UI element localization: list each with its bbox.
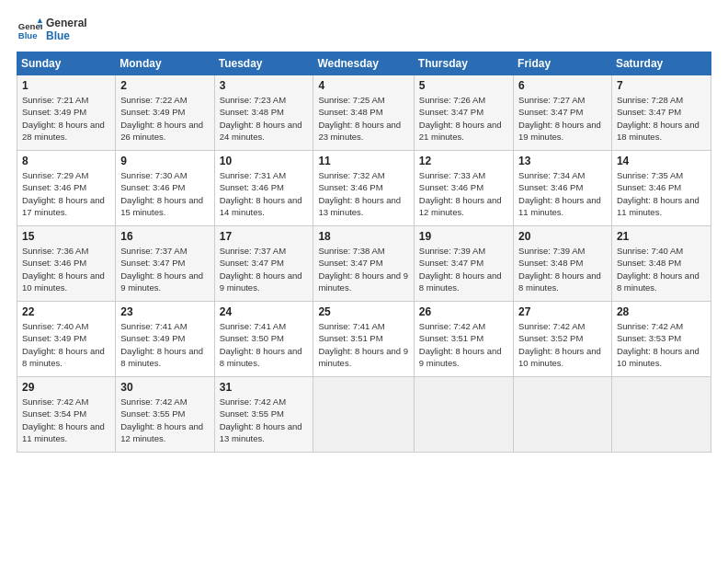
weekday-header-tuesday: Tuesday (214, 52, 313, 75)
day-number: 17 (220, 230, 309, 243)
calendar-cell (313, 377, 414, 453)
calendar-cell: 1 Sunrise: 7:21 AMSunset: 3:49 PMDayligh… (17, 75, 116, 151)
weekday-header-sunday: Sunday (17, 52, 116, 75)
weekday-header-friday: Friday (514, 52, 612, 75)
day-info: Sunrise: 7:31 AMSunset: 3:46 PMDaylight:… (220, 170, 302, 217)
calendar-cell: 20 Sunrise: 7:39 AMSunset: 3:48 PMDaylig… (514, 226, 612, 302)
logo-icon: General Blue (17, 17, 42, 42)
day-info: Sunrise: 7:27 AMSunset: 3:47 PMDaylight:… (518, 95, 601, 142)
day-number: 3 (220, 79, 309, 92)
calendar-cell: 16 Sunrise: 7:37 AMSunset: 3:47 PMDaylig… (116, 226, 214, 302)
day-info: Sunrise: 7:21 AMSunset: 3:49 PMDaylight:… (22, 95, 105, 142)
day-number: 10 (220, 155, 309, 167)
day-info: Sunrise: 7:32 AMSunset: 3:46 PMDaylight:… (318, 170, 401, 217)
calendar-cell: 28 Sunrise: 7:42 AMSunset: 3:53 PMDaylig… (611, 302, 711, 377)
day-info: Sunrise: 7:42 AMSunset: 3:55 PMDaylight:… (120, 396, 203, 443)
weekday-header-saturday: Saturday (611, 52, 711, 75)
calendar-cell: 10 Sunrise: 7:31 AMSunset: 3:46 PMDaylig… (214, 151, 313, 226)
calendar-cell (611, 377, 711, 453)
day-info: Sunrise: 7:23 AMSunset: 3:48 PMDaylight:… (220, 95, 302, 142)
calendar-cell: 2 Sunrise: 7:22 AMSunset: 3:49 PMDayligh… (116, 75, 214, 151)
day-info: Sunrise: 7:25 AMSunset: 3:48 PMDaylight:… (318, 95, 401, 142)
calendar-cell: 8 Sunrise: 7:29 AMSunset: 3:46 PMDayligh… (17, 151, 116, 226)
day-number: 14 (617, 155, 706, 167)
calendar-cell: 15 Sunrise: 7:36 AMSunset: 3:46 PMDaylig… (17, 226, 116, 302)
day-number: 1 (22, 79, 110, 92)
day-number: 23 (120, 305, 209, 318)
calendar-cell: 17 Sunrise: 7:37 AMSunset: 3:47 PMDaylig… (214, 226, 313, 302)
day-info: Sunrise: 7:22 AMSunset: 3:49 PMDaylight:… (120, 95, 203, 142)
day-number: 4 (318, 79, 408, 92)
svg-text:Blue: Blue (18, 30, 38, 40)
calendar-cell: 30 Sunrise: 7:42 AMSunset: 3:55 PMDaylig… (116, 377, 214, 453)
day-number: 24 (220, 305, 309, 318)
header: General Blue General Blue (17, 17, 711, 42)
day-info: Sunrise: 7:29 AMSunset: 3:46 PMDaylight:… (22, 170, 105, 217)
day-info: Sunrise: 7:39 AMSunset: 3:48 PMDaylight:… (518, 246, 601, 293)
logo-line1: General (46, 17, 87, 29)
day-info: Sunrise: 7:37 AMSunset: 3:47 PMDaylight:… (120, 246, 203, 293)
calendar-cell: 18 Sunrise: 7:38 AMSunset: 3:47 PMDaylig… (313, 226, 414, 302)
day-info: Sunrise: 7:33 AMSunset: 3:46 PMDaylight:… (419, 170, 502, 217)
day-number: 5 (419, 79, 508, 92)
day-info: Sunrise: 7:42 AMSunset: 3:52 PMDaylight:… (518, 321, 601, 368)
calendar-week-4: 22 Sunrise: 7:40 AMSunset: 3:49 PMDaylig… (17, 302, 711, 377)
day-info: Sunrise: 7:36 AMSunset: 3:46 PMDaylight:… (22, 246, 105, 293)
day-info: Sunrise: 7:28 AMSunset: 3:47 PMDaylight:… (617, 95, 700, 142)
day-number: 25 (318, 305, 408, 318)
day-number: 29 (22, 381, 110, 394)
calendar-cell: 12 Sunrise: 7:33 AMSunset: 3:46 PMDaylig… (414, 151, 513, 226)
weekday-header-thursday: Thursday (414, 52, 513, 75)
calendar-cell: 27 Sunrise: 7:42 AMSunset: 3:52 PMDaylig… (514, 302, 612, 377)
weekday-header-monday: Monday (116, 52, 214, 75)
day-info: Sunrise: 7:42 AMSunset: 3:51 PMDaylight:… (419, 321, 502, 368)
day-number: 27 (518, 305, 607, 318)
calendar-table: SundayMondayTuesdayWednesdayThursdayFrid… (17, 52, 711, 453)
day-number: 20 (518, 230, 607, 243)
day-number: 9 (120, 155, 209, 167)
day-number: 31 (220, 381, 309, 394)
logo-line2: Blue (46, 29, 87, 42)
day-number: 2 (120, 79, 209, 92)
day-number: 13 (518, 155, 607, 167)
calendar-cell: 31 Sunrise: 7:42 AMSunset: 3:55 PMDaylig… (214, 377, 313, 453)
calendar-week-3: 15 Sunrise: 7:36 AMSunset: 3:46 PMDaylig… (17, 226, 711, 302)
day-info: Sunrise: 7:40 AMSunset: 3:49 PMDaylight:… (22, 321, 105, 368)
day-number: 15 (22, 230, 110, 243)
day-number: 6 (518, 79, 607, 92)
day-info: Sunrise: 7:42 AMSunset: 3:53 PMDaylight:… (617, 321, 700, 368)
calendar-cell: 13 Sunrise: 7:34 AMSunset: 3:46 PMDaylig… (514, 151, 612, 226)
calendar-cell: 7 Sunrise: 7:28 AMSunset: 3:47 PMDayligh… (611, 75, 711, 151)
day-number: 19 (419, 230, 508, 243)
day-number: 26 (419, 305, 508, 318)
calendar-cell: 23 Sunrise: 7:41 AMSunset: 3:49 PMDaylig… (116, 302, 214, 377)
day-info: Sunrise: 7:41 AMSunset: 3:50 PMDaylight:… (220, 321, 302, 368)
day-info: Sunrise: 7:42 AMSunset: 3:55 PMDaylight:… (220, 396, 302, 443)
day-info: Sunrise: 7:39 AMSunset: 3:47 PMDaylight:… (419, 246, 502, 293)
day-info: Sunrise: 7:37 AMSunset: 3:47 PMDaylight:… (220, 246, 302, 293)
day-number: 28 (617, 305, 706, 318)
day-info: Sunrise: 7:38 AMSunset: 3:47 PMDaylight:… (318, 246, 408, 293)
day-info: Sunrise: 7:41 AMSunset: 3:51 PMDaylight:… (318, 321, 408, 368)
day-info: Sunrise: 7:34 AMSunset: 3:46 PMDaylight:… (518, 170, 601, 217)
calendar-cell: 21 Sunrise: 7:40 AMSunset: 3:48 PMDaylig… (611, 226, 711, 302)
day-number: 12 (419, 155, 508, 167)
calendar-week-1: 1 Sunrise: 7:21 AMSunset: 3:49 PMDayligh… (17, 75, 711, 151)
calendar-week-2: 8 Sunrise: 7:29 AMSunset: 3:46 PMDayligh… (17, 151, 711, 226)
weekday-header-wednesday: Wednesday (313, 52, 414, 75)
day-number: 8 (22, 155, 110, 167)
calendar-cell: 9 Sunrise: 7:30 AMSunset: 3:46 PMDayligh… (116, 151, 214, 226)
day-info: Sunrise: 7:42 AMSunset: 3:54 PMDaylight:… (22, 396, 105, 443)
calendar-cell: 29 Sunrise: 7:42 AMSunset: 3:54 PMDaylig… (17, 377, 116, 453)
day-number: 16 (120, 230, 209, 243)
day-info: Sunrise: 7:35 AMSunset: 3:46 PMDaylight:… (617, 170, 700, 217)
day-number: 18 (318, 230, 408, 243)
day-info: Sunrise: 7:26 AMSunset: 3:47 PMDaylight:… (419, 95, 502, 142)
calendar-cell: 6 Sunrise: 7:27 AMSunset: 3:47 PMDayligh… (514, 75, 612, 151)
weekday-header-row: SundayMondayTuesdayWednesdayThursdayFrid… (17, 52, 711, 75)
calendar-cell: 19 Sunrise: 7:39 AMSunset: 3:47 PMDaylig… (414, 226, 513, 302)
day-info: Sunrise: 7:41 AMSunset: 3:49 PMDaylight:… (120, 321, 203, 368)
calendar-week-5: 29 Sunrise: 7:42 AMSunset: 3:54 PMDaylig… (17, 377, 711, 453)
day-number: 11 (318, 155, 408, 167)
day-number: 7 (617, 79, 706, 92)
